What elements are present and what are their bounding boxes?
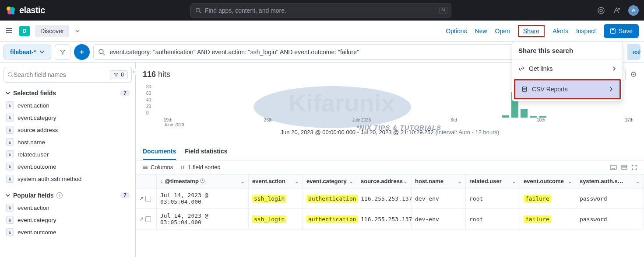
field-item[interactable]: krelated.user [4,148,132,160]
user-avatar[interactable]: e [628,5,639,16]
search-icon [98,49,105,56]
field-item[interactable]: kevent.action [4,99,132,111]
field-item[interactable]: khost.name [4,136,132,148]
row-checkbox[interactable] [145,216,151,222]
cell-source: 116.255.253.137 [357,209,412,229]
new-link[interactable]: New [475,28,487,35]
alerts-link[interactable]: Alerts [553,28,568,35]
share-get-links[interactable]: Get links [512,59,623,77]
field-type-icon: k [6,114,14,122]
svg-line-21 [12,76,14,78]
watermark-text: *NIX TIPS & TUTORIALS [356,124,441,131]
col-timestamp[interactable]: ↓ @timestamp ⌄ [157,174,249,188]
add-filter-button[interactable] [74,44,90,60]
data-view-selector[interactable]: filebeat-* [4,45,51,59]
col-ssh[interactable]: system.auth.s…⌄ [576,174,644,188]
chevron-down-icon [5,193,11,198]
field-type-icon: k [6,101,14,109]
density-icon[interactable] [621,165,627,170]
keyboard-icon[interactable] [610,165,617,170]
sort-button[interactable]: 1 field sorted [180,164,220,170]
svg-line-5 [200,11,201,13]
field-type-icon: k [6,138,14,146]
field-item[interactable]: kevent.category [4,111,132,124]
field-search[interactable]: 0 [4,67,132,83]
tab-documents[interactable]: Documents [143,143,176,160]
col-action[interactable]: event.action⌄ [249,174,303,188]
y-axis: 806040200 [146,83,151,116]
document-icon [521,86,528,92]
cell-host: dev-env [412,209,466,229]
share-csv-reports[interactable]: CSV Reports [514,79,621,99]
nav-toggle-icon[interactable] [5,27,14,35]
field-search-input[interactable] [14,71,110,78]
filter-button[interactable] [55,44,70,60]
expand-icon[interactable]: ↗ [139,216,144,222]
global-search[interactable]: Find apps, content, and more. ^/ [190,3,451,17]
search-shortcut: ^/ [439,7,447,14]
link-icon [518,66,524,72]
share-link[interactable]: Share [518,25,545,37]
search-icon [195,7,201,14]
popular-fields-header[interactable]: Popular fieldsi 7 [4,189,132,201]
row-controls[interactable]: ↗ [136,209,157,229]
cell-timestamp: Jul 14, 2023 @ 03:05:04.000 [157,188,249,208]
col-outcome[interactable]: event.outcome⌄ [520,174,576,188]
fullscreen-icon[interactable] [632,165,637,170]
app-bar: D Discover Options New Open Share Alerts… [0,21,644,42]
sort-icon [180,165,185,170]
columns-button[interactable]: Columns [143,164,173,170]
col-source[interactable]: source.address⌄ [357,174,412,188]
search-placeholder: Find apps, content, and more. [205,7,286,14]
field-item[interactable]: ksystem.auth.ssh.method [4,173,132,185]
field-name: event.outcome [18,163,56,170]
app-picker[interactable]: Discover [35,25,69,37]
help-icon[interactable] [612,6,621,15]
field-name: event.action [18,205,49,211]
inspect-link[interactable]: Inspect [576,28,596,35]
field-item[interactable]: kevent.outcome [4,226,132,238]
field-name: source.address [18,127,58,133]
table-row[interactable]: ↗Jul 14, 2023 @ 03:05:04.000ssh_loginaut… [136,209,644,229]
save-icon [610,28,616,34]
plus-icon [79,49,85,55]
refresh-button[interactable]: esh [627,44,640,60]
info-icon[interactable]: i [56,192,63,198]
col-user[interactable]: related.user⌄ [466,174,520,188]
select-all-header[interactable] [136,174,157,188]
save-button[interactable]: Save [604,24,639,38]
selected-count: 7 [120,90,130,96]
logo[interactable]: elastic [5,5,45,16]
space-badge[interactable]: D [19,26,30,36]
field-item[interactable]: kevent.category [4,214,132,226]
field-filter-toggle[interactable]: 0 [110,70,128,79]
columns-icon [143,165,148,170]
options-link[interactable]: Options [446,28,467,35]
row-controls[interactable]: ↗ [136,188,157,208]
col-host[interactable]: host.name⌄ [412,174,466,188]
row-checkbox[interactable] [145,196,151,201]
collapse-sidebar-icon[interactable]: ← [132,69,137,75]
table-row[interactable]: ↗Jul 14, 2023 @ 03:05:04.000ssh_loginaut… [136,188,644,209]
chevron-down-icon[interactable] [74,28,81,34]
field-item[interactable]: ksource.address [4,124,132,136]
tab-field-statistics[interactable]: Field statistics [185,143,227,160]
svg-point-8 [618,8,620,10]
field-item[interactable]: kevent.action [4,201,132,214]
col-category[interactable]: event.category⌄ [303,174,357,188]
search-icon [7,72,14,78]
field-type-icon: k [6,150,14,158]
selected-fields-header[interactable]: Selected fields 7 [4,87,132,99]
field-item[interactable]: kevent.outcome [4,160,132,173]
field-type-icon: k [6,175,14,183]
expand-icon[interactable]: ↗ [139,195,144,201]
field-name: system.auth.ssh.method [18,176,81,182]
open-link[interactable]: Open [495,28,510,35]
newsfeed-icon[interactable] [597,6,605,15]
brand-text: elastic [19,5,45,15]
chevron-right-icon [609,87,613,91]
chart-options-icon[interactable] [630,71,637,78]
svg-point-3 [11,11,14,14]
svg-rect-13 [612,28,614,30]
svg-rect-36 [523,87,527,92]
